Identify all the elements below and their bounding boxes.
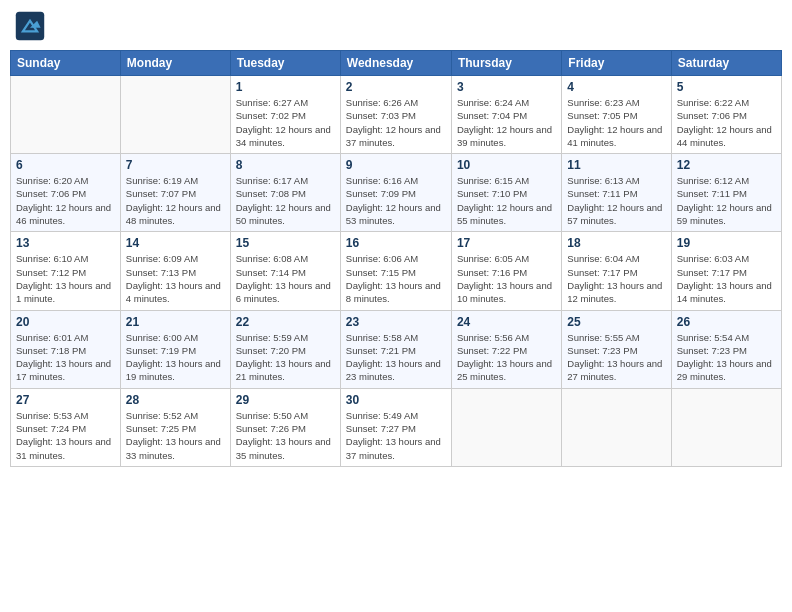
sunrise-label: Sunrise: 5:59 AM — [236, 332, 308, 343]
sunrise-label: Sunrise: 6:16 AM — [346, 175, 418, 186]
day-detail: Sunrise: 5:56 AM Sunset: 7:22 PM Dayligh… — [457, 331, 556, 384]
calendar-cell: 26 Sunrise: 5:54 AM Sunset: 7:23 PM Dayl… — [671, 310, 781, 388]
day-detail: Sunrise: 6:04 AM Sunset: 7:17 PM Dayligh… — [567, 252, 665, 305]
calendar-cell: 2 Sunrise: 6:26 AM Sunset: 7:03 PM Dayli… — [340, 76, 451, 154]
sunset-label: Sunset: 7:11 PM — [567, 188, 637, 199]
sunset-label: Sunset: 7:09 PM — [346, 188, 416, 199]
day-number: 24 — [457, 315, 556, 329]
sunrise-label: Sunrise: 5:50 AM — [236, 410, 308, 421]
day-detail: Sunrise: 6:24 AM Sunset: 7:04 PM Dayligh… — [457, 96, 556, 149]
daylight-label: Daylight: 12 hours and 48 minutes. — [126, 202, 221, 226]
daylight-label: Daylight: 13 hours and 8 minutes. — [346, 280, 441, 304]
day-detail: Sunrise: 6:23 AM Sunset: 7:05 PM Dayligh… — [567, 96, 665, 149]
daylight-label: Daylight: 12 hours and 34 minutes. — [236, 124, 331, 148]
day-detail: Sunrise: 6:03 AM Sunset: 7:17 PM Dayligh… — [677, 252, 776, 305]
sunrise-label: Sunrise: 6:01 AM — [16, 332, 88, 343]
calendar-week-row: 6 Sunrise: 6:20 AM Sunset: 7:06 PM Dayli… — [11, 154, 782, 232]
sunset-label: Sunset: 7:15 PM — [346, 267, 416, 278]
sunrise-label: Sunrise: 6:09 AM — [126, 253, 198, 264]
sunrise-label: Sunrise: 6:20 AM — [16, 175, 88, 186]
sunset-label: Sunset: 7:16 PM — [457, 267, 527, 278]
day-number: 26 — [677, 315, 776, 329]
logo-icon — [14, 10, 46, 42]
sunset-label: Sunset: 7:27 PM — [346, 423, 416, 434]
sunrise-label: Sunrise: 6:08 AM — [236, 253, 308, 264]
calendar-cell: 24 Sunrise: 5:56 AM Sunset: 7:22 PM Dayl… — [451, 310, 561, 388]
day-number: 13 — [16, 236, 115, 250]
day-number: 9 — [346, 158, 446, 172]
calendar-cell: 6 Sunrise: 6:20 AM Sunset: 7:06 PM Dayli… — [11, 154, 121, 232]
day-detail: Sunrise: 6:06 AM Sunset: 7:15 PM Dayligh… — [346, 252, 446, 305]
sunrise-label: Sunrise: 6:13 AM — [567, 175, 639, 186]
sunset-label: Sunset: 7:04 PM — [457, 110, 527, 121]
day-detail: Sunrise: 5:55 AM Sunset: 7:23 PM Dayligh… — [567, 331, 665, 384]
sunrise-label: Sunrise: 5:56 AM — [457, 332, 529, 343]
sunrise-label: Sunrise: 6:06 AM — [346, 253, 418, 264]
calendar-cell: 5 Sunrise: 6:22 AM Sunset: 7:06 PM Dayli… — [671, 76, 781, 154]
daylight-label: Daylight: 13 hours and 6 minutes. — [236, 280, 331, 304]
weekday-header: Monday — [120, 51, 230, 76]
weekday-header: Sunday — [11, 51, 121, 76]
calendar-cell: 20 Sunrise: 6:01 AM Sunset: 7:18 PM Dayl… — [11, 310, 121, 388]
day-number: 12 — [677, 158, 776, 172]
calendar-cell: 23 Sunrise: 5:58 AM Sunset: 7:21 PM Dayl… — [340, 310, 451, 388]
sunset-label: Sunset: 7:07 PM — [126, 188, 196, 199]
daylight-label: Daylight: 13 hours and 29 minutes. — [677, 358, 772, 382]
sunset-label: Sunset: 7:03 PM — [346, 110, 416, 121]
day-detail: Sunrise: 6:20 AM Sunset: 7:06 PM Dayligh… — [16, 174, 115, 227]
day-number: 2 — [346, 80, 446, 94]
calendar-cell: 30 Sunrise: 5:49 AM Sunset: 7:27 PM Dayl… — [340, 388, 451, 466]
day-detail: Sunrise: 5:54 AM Sunset: 7:23 PM Dayligh… — [677, 331, 776, 384]
calendar-cell: 22 Sunrise: 5:59 AM Sunset: 7:20 PM Dayl… — [230, 310, 340, 388]
sunrise-label: Sunrise: 5:52 AM — [126, 410, 198, 421]
sunrise-label: Sunrise: 6:24 AM — [457, 97, 529, 108]
day-number: 25 — [567, 315, 665, 329]
day-detail: Sunrise: 5:52 AM Sunset: 7:25 PM Dayligh… — [126, 409, 225, 462]
calendar-cell: 3 Sunrise: 6:24 AM Sunset: 7:04 PM Dayli… — [451, 76, 561, 154]
day-number: 5 — [677, 80, 776, 94]
day-detail: Sunrise: 6:15 AM Sunset: 7:10 PM Dayligh… — [457, 174, 556, 227]
calendar-cell — [11, 76, 121, 154]
calendar-cell — [451, 388, 561, 466]
day-number: 3 — [457, 80, 556, 94]
calendar-cell: 12 Sunrise: 6:12 AM Sunset: 7:11 PM Dayl… — [671, 154, 781, 232]
sunrise-label: Sunrise: 6:10 AM — [16, 253, 88, 264]
calendar-cell: 1 Sunrise: 6:27 AM Sunset: 7:02 PM Dayli… — [230, 76, 340, 154]
sunset-label: Sunset: 7:02 PM — [236, 110, 306, 121]
daylight-label: Daylight: 12 hours and 41 minutes. — [567, 124, 662, 148]
sunset-label: Sunset: 7:19 PM — [126, 345, 196, 356]
sunset-label: Sunset: 7:08 PM — [236, 188, 306, 199]
calendar-cell: 16 Sunrise: 6:06 AM Sunset: 7:15 PM Dayl… — [340, 232, 451, 310]
logo — [14, 10, 48, 42]
weekday-header: Tuesday — [230, 51, 340, 76]
calendar-cell: 7 Sunrise: 6:19 AM Sunset: 7:07 PM Dayli… — [120, 154, 230, 232]
day-number: 29 — [236, 393, 335, 407]
sunrise-label: Sunrise: 5:58 AM — [346, 332, 418, 343]
sunrise-label: Sunrise: 5:53 AM — [16, 410, 88, 421]
weekday-header: Saturday — [671, 51, 781, 76]
calendar-cell: 15 Sunrise: 6:08 AM Sunset: 7:14 PM Dayl… — [230, 232, 340, 310]
daylight-label: Daylight: 13 hours and 17 minutes. — [16, 358, 111, 382]
day-number: 18 — [567, 236, 665, 250]
day-detail: Sunrise: 6:17 AM Sunset: 7:08 PM Dayligh… — [236, 174, 335, 227]
sunrise-label: Sunrise: 6:26 AM — [346, 97, 418, 108]
day-detail: Sunrise: 6:10 AM Sunset: 7:12 PM Dayligh… — [16, 252, 115, 305]
calendar-cell: 25 Sunrise: 5:55 AM Sunset: 7:23 PM Dayl… — [562, 310, 671, 388]
day-number: 20 — [16, 315, 115, 329]
calendar-cell — [671, 388, 781, 466]
day-number: 10 — [457, 158, 556, 172]
sunset-label: Sunset: 7:18 PM — [16, 345, 86, 356]
daylight-label: Daylight: 12 hours and 53 minutes. — [346, 202, 441, 226]
daylight-label: Daylight: 12 hours and 44 minutes. — [677, 124, 772, 148]
sunset-label: Sunset: 7:10 PM — [457, 188, 527, 199]
day-number: 27 — [16, 393, 115, 407]
sunrise-label: Sunrise: 6:27 AM — [236, 97, 308, 108]
day-detail: Sunrise: 6:12 AM Sunset: 7:11 PM Dayligh… — [677, 174, 776, 227]
day-detail: Sunrise: 6:22 AM Sunset: 7:06 PM Dayligh… — [677, 96, 776, 149]
daylight-label: Daylight: 13 hours and 14 minutes. — [677, 280, 772, 304]
sunrise-label: Sunrise: 5:49 AM — [346, 410, 418, 421]
daylight-label: Daylight: 13 hours and 21 minutes. — [236, 358, 331, 382]
calendar-cell — [120, 76, 230, 154]
calendar-cell: 29 Sunrise: 5:50 AM Sunset: 7:26 PM Dayl… — [230, 388, 340, 466]
daylight-label: Daylight: 13 hours and 12 minutes. — [567, 280, 662, 304]
